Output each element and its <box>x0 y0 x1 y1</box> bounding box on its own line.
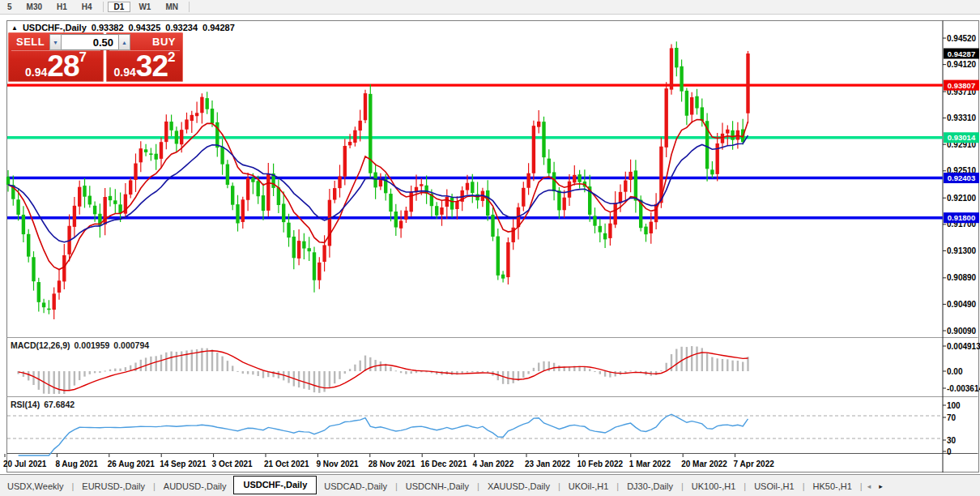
date-label: 8 Aug 2021 <box>55 460 98 468</box>
chart-window-frame <box>7 21 979 472</box>
tab-usdcnh-daily[interactable]: USDCNH-,Daily <box>398 478 476 494</box>
buy-price-prefix: 0.94 <box>114 66 136 79</box>
macd-histogram-bar <box>722 359 723 371</box>
sell-quote: 0.94287 <box>8 49 104 80</box>
macd-histogram-bar <box>364 356 366 371</box>
rsi-name: RSI(14) <box>11 400 40 409</box>
collapse-icon[interactable]: ▲ <box>11 24 18 32</box>
tab-usdcad-daily[interactable]: USDCAD-,Daily <box>317 478 394 494</box>
date-label: 23 Jan 2022 <box>525 460 571 468</box>
sell-button[interactable]: SELL <box>16 36 45 48</box>
axis-label: 0 <box>947 447 952 456</box>
macd-histogram-bar <box>686 347 688 371</box>
macd-histogram-bar <box>216 353 218 371</box>
tab-hk50-h1[interactable]: HK50-,H1 <box>806 478 859 494</box>
candle <box>670 44 673 94</box>
tab-usdchf-daily[interactable]: USDCHF-,Daily <box>233 476 317 494</box>
chart-background-layer <box>7 21 979 473</box>
macd-histogram-bar <box>79 371 80 380</box>
axis-label: 0.90890 <box>947 273 977 282</box>
buy-price-big: 32 <box>136 49 168 83</box>
macd-histogram-bar <box>701 348 703 371</box>
macd-histogram-bar <box>599 371 601 374</box>
volume-increase-icon[interactable]: ▲ <box>118 34 130 50</box>
macd-histogram-bar <box>58 371 60 394</box>
macd-histogram-bar <box>726 359 728 371</box>
macd-histogram-bar <box>349 369 351 371</box>
macd-histogram-bar <box>482 371 484 372</box>
volume-input[interactable] <box>62 34 118 50</box>
tab-usdx-weekly[interactable]: USDX,Weekly <box>0 478 70 494</box>
axis-label: -0.003614 <box>947 384 980 393</box>
price-badge-label: 0.93807 <box>948 81 975 90</box>
macd-histogram-bar <box>236 371 238 372</box>
macd-histogram-bar <box>553 363 555 371</box>
ohlc-low: 0.93234 <box>165 23 198 32</box>
tab-uk100-h1[interactable]: UK100-,H1 <box>684 478 743 494</box>
axis-label: 100 <box>947 401 961 410</box>
macd-histogram-bar <box>258 371 259 376</box>
date-label: 21 Oct 2021 <box>264 460 309 468</box>
macd-histogram-bar <box>247 371 249 374</box>
macd-histogram-bar <box>395 370 397 371</box>
tab-dj30-daily[interactable]: DJ30-,Daily <box>620 478 680 494</box>
macd-histogram-bar <box>502 371 504 384</box>
symbol-name: USDCHF-,Daily <box>23 23 87 32</box>
macd-histogram-bar <box>109 370 111 371</box>
volume-decrease-icon[interactable]: ▼ <box>49 34 62 50</box>
rsi-indicator-label: RSI(14) 67.6842 <box>11 400 75 409</box>
tab-audusd-daily[interactable]: AUDUSD-,Daily <box>156 478 234 494</box>
macd-histogram-bar <box>476 371 478 372</box>
candle <box>746 51 749 123</box>
macd-histogram-bar <box>742 362 744 371</box>
macd-histogram-bar <box>309 371 310 390</box>
buy-price-pip: 2 <box>168 49 175 65</box>
ohlc-open: 0.93382 <box>92 23 124 32</box>
macd-histogram-bar <box>262 371 264 378</box>
macd-histogram-bar <box>160 355 162 371</box>
macd-histogram-bar <box>74 371 75 386</box>
rsi-value: 67.6842 <box>44 400 75 409</box>
axis-label: 30 <box>947 436 957 445</box>
macd-histogram-bar <box>380 361 381 371</box>
macd-histogram-bar <box>497 371 499 380</box>
date-label: 4 Jan 2022 <box>473 460 514 468</box>
scroll-right-icon[interactable]: ▸ <box>875 481 887 492</box>
scroll-left-icon[interactable]: ◂ <box>863 481 876 492</box>
price-badge-label: 0.93014 <box>948 133 976 142</box>
macd-histogram-bar <box>278 371 279 378</box>
buy-button[interactable]: BUY <box>152 36 176 48</box>
macd-histogram-bar <box>675 349 677 371</box>
macd-indicator-label: MACD(12,26,9) 0.001959 0.000794 <box>11 340 149 350</box>
date-label: 26 Aug 2021 <box>108 460 155 468</box>
axis-label: 0.00 <box>947 367 963 376</box>
tab-ukoil-h1[interactable]: UKOil-,H1 <box>561 478 616 494</box>
macd-histogram-bar <box>114 369 116 371</box>
macd-histogram-bar <box>344 371 346 374</box>
candle <box>532 121 535 181</box>
macd-histogram-bar <box>737 361 739 371</box>
axis-label: 0.94520 <box>947 34 977 43</box>
date-label: 3 Oct 2021 <box>212 460 253 468</box>
macd-histogram-bar <box>467 371 468 373</box>
tab-usoil-h1[interactable]: USOil-,H1 <box>747 478 802 494</box>
macd-histogram-bar <box>298 371 300 387</box>
macd-histogram-bar <box>360 361 361 371</box>
macd-histogram-bar <box>558 366 560 371</box>
macd-histogram-bar <box>185 350 187 371</box>
macd-histogram-bar <box>119 369 121 371</box>
macd-histogram-bar <box>717 358 718 371</box>
chart-title: ▲ USDCHF-,Daily 0.93382 0.94325 0.93234 … <box>11 23 235 32</box>
candle <box>364 90 367 123</box>
macd-histogram-bar <box>48 371 49 394</box>
macd-histogram-bar <box>303 371 305 389</box>
macd-histogram-bar <box>99 371 100 373</box>
tab-eurusd-daily[interactable]: EURUSD-,Daily <box>75 478 152 494</box>
tab-xauusd-daily[interactable]: XAUUSD-,Daily <box>480 478 557 494</box>
macd-histogram-bar <box>369 357 371 371</box>
macd-histogram-bar <box>354 365 356 371</box>
macd-histogram-bar <box>522 371 524 378</box>
macd-signal-value: 0.000794 <box>113 340 149 350</box>
axis-label: 0.94120 <box>947 60 977 69</box>
macd-histogram-bar <box>329 371 330 387</box>
